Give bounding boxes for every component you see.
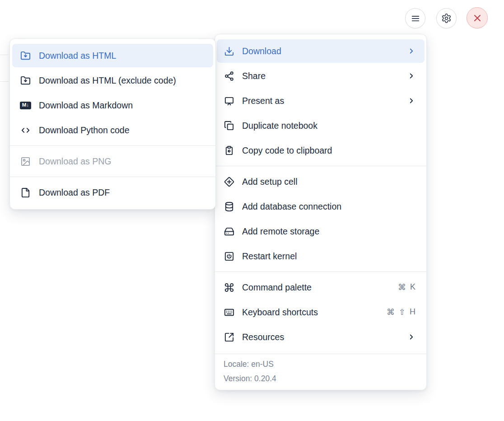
- markdown-badge-icon: M↓: [20, 100, 31, 111]
- menu-item-present-as[interactable]: Present as: [217, 89, 425, 112]
- chevron-right-icon: [407, 97, 415, 105]
- shortcut-key: H: [410, 307, 415, 317]
- command-icon: [224, 282, 234, 293]
- download-icon: [224, 46, 234, 56]
- menu-item-label: Copy code to clipboard: [242, 145, 415, 156]
- menu-item-download-as-html[interactable]: Download as HTML: [12, 44, 213, 67]
- menu-item-download-as-markdown[interactable]: M↓Download as Markdown: [12, 94, 213, 117]
- menu-item-add-remote-storage[interactable]: Add remote storage: [217, 220, 425, 243]
- menu-item-label: Share: [242, 71, 400, 81]
- menu-item-label: Present as: [242, 96, 400, 106]
- file-icon: [20, 187, 31, 198]
- menu-item-label: Download as Markdown: [39, 100, 205, 111]
- clipboard-copy-icon: [224, 145, 234, 156]
- main-menu: DownloadSharePresent asDuplicate noteboo…: [215, 34, 427, 390]
- version-text: Version: 0.20.4: [224, 374, 418, 384]
- page: { "colors": { "accent": "#3B70C7", "acce…: [0, 0, 504, 421]
- menu-separator: [215, 271, 426, 272]
- menu-button[interactable]: [405, 8, 425, 28]
- menu-item-label: Add remote storage: [242, 226, 415, 237]
- menu-item-label: Download as PDF: [39, 187, 205, 198]
- menu-item-label: Resources: [242, 332, 400, 342]
- x-icon: [472, 13, 483, 23]
- main-menu-items: DownloadSharePresent asDuplicate noteboo…: [215, 34, 426, 354]
- square-power-icon: [224, 251, 234, 262]
- menu-item-copy-code-to-clipboard[interactable]: Copy code to clipboard: [217, 139, 425, 162]
- chevron-right-icon: [407, 72, 415, 80]
- hamburger-icon: [411, 14, 420, 23]
- chevron-right-icon: [407, 47, 415, 55]
- menu-item-label: Command palette: [242, 282, 390, 293]
- folder-down-icon: [20, 51, 31, 61]
- download-submenu: Download as HTMLDownload as HTML (exclud…: [9, 38, 216, 210]
- menu-item-download[interactable]: Download: [217, 39, 425, 63]
- gear-icon: [441, 13, 452, 23]
- settings-button[interactable]: [436, 8, 457, 28]
- presentation-icon: [224, 96, 234, 106]
- database-icon: [224, 201, 234, 212]
- locale-text: Locale: en-US: [224, 360, 418, 369]
- menu-item-label: Keyboard shortcuts: [242, 307, 379, 318]
- menu-separator: [10, 177, 215, 177]
- menu-item-restart-kernel[interactable]: Restart kernel: [217, 244, 425, 268]
- folder-down-icon: [20, 75, 31, 86]
- external-link-icon: [224, 332, 234, 342]
- chevron-right-icon: [407, 333, 415, 341]
- menu-item-keyboard-shortcuts[interactable]: Keyboard shortcuts⌘⇧H: [217, 300, 425, 324]
- code-icon: [20, 125, 31, 136]
- copy-icon: [224, 121, 234, 131]
- menu-item-label: Download as HTML: [39, 51, 205, 61]
- menu-item-share[interactable]: Share: [217, 64, 425, 88]
- menu-item-label: Add database connection: [242, 201, 415, 212]
- menu-footer: Locale: en-US Version: 0.20.4: [215, 354, 426, 390]
- menu-item-add-database-connection[interactable]: Add database connection: [217, 195, 425, 218]
- diamond-plus-icon: [224, 177, 234, 187]
- menu-item-duplicate-notebook[interactable]: Duplicate notebook: [217, 114, 425, 137]
- menu-item-resources[interactable]: Resources: [217, 325, 425, 349]
- menu-item-label: Restart kernel: [242, 251, 415, 262]
- menu-item-label: Download as HTML (exclude code): [39, 75, 205, 86]
- menu-item-download-python-code[interactable]: Download Python code: [12, 118, 213, 142]
- menu-item-add-setup-cell[interactable]: Add setup cell: [217, 170, 425, 193]
- menu-item-download-as-pdf[interactable]: Download as PDF: [12, 181, 213, 204]
- menu-item-download-as-png: Download as PNG: [12, 150, 213, 173]
- underlying-divider: [0, 81, 9, 82]
- menu-item-label: Download: [242, 46, 400, 56]
- menu-item-label: Download as PNG: [39, 156, 205, 167]
- shortcut-key: ⌘: [387, 307, 395, 317]
- menu-item-label: Add setup cell: [242, 177, 415, 187]
- menu-item-label: Duplicate notebook: [242, 121, 415, 131]
- shortcut-keys: ⌘⇧H: [387, 307, 415, 317]
- menu-item-label: Download Python code: [39, 125, 205, 136]
- menu-separator: [215, 166, 426, 166]
- shortcut-key: ⇧: [399, 307, 406, 317]
- menu-separator: [10, 145, 215, 146]
- shortcut-key: ⌘: [398, 282, 406, 292]
- underlying-divider: [0, 55, 9, 55]
- shortcut-keys: ⌘K: [398, 282, 415, 292]
- close-button[interactable]: [467, 7, 488, 28]
- menu-item-command-palette[interactable]: Command palette⌘K: [217, 276, 425, 299]
- image-icon: [20, 156, 31, 167]
- shortcut-key: K: [410, 282, 415, 292]
- keyboard-icon: [224, 307, 234, 318]
- menu-item-download-as-html-exclude-code[interactable]: Download as HTML (exclude code): [12, 69, 213, 92]
- hard-drive-icon: [224, 226, 234, 237]
- share-icon: [224, 71, 234, 81]
